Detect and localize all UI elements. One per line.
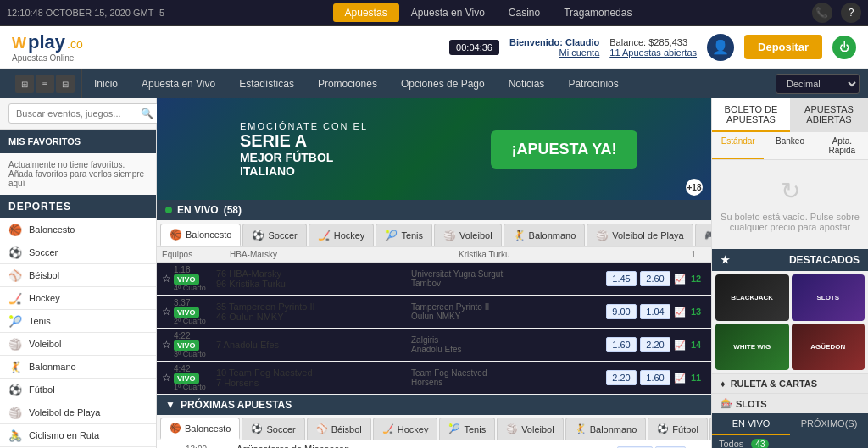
sub-tab-bankeo[interactable]: Bankeo: [764, 132, 815, 159]
main-layout: 🔍 MIS FAVORITOS Actualmente no tiene fav…: [0, 98, 868, 448]
tab-voleibol-playa[interactable]: 🏐 Voleibol de Playa: [587, 224, 693, 246]
boleto-tab[interactable]: BOLETO DE APUESTAS: [712, 98, 790, 132]
nav-noticias[interactable]: Noticias: [497, 71, 557, 97]
proximas-tab-hockey[interactable]: 🏒 Hockey: [373, 418, 438, 440]
grid-icon[interactable]: ⊞: [15, 75, 34, 93]
mi-cuenta-link[interactable]: Mi cuenta: [509, 47, 599, 58]
proximo-tab[interactable]: PRÓXIMO(S): [790, 413, 868, 435]
sport-label: Baloncesto: [29, 224, 147, 235]
proximas-tab-baloncesto[interactable]: 🏀 Baloncesto: [160, 418, 240, 440]
tab-label: Balonmano: [590, 424, 637, 434]
tab-hockey[interactable]: 🏒 Hockey: [309, 224, 375, 246]
odd-button-1[interactable]: 1.60: [606, 337, 637, 352]
nav-inicio[interactable]: Inicio: [82, 71, 130, 97]
tab-casino[interactable]: Casino: [497, 3, 552, 22]
odd-button-1[interactable]: 9.00: [606, 304, 637, 319]
destacados-title: DESTACADOS: [789, 254, 860, 266]
sidebar-item-hockey[interactable]: 🏒 Hockey: [0, 287, 156, 310]
match-more[interactable]: 12: [686, 274, 706, 284]
banner: EMOCIÓNATE CON EL SERIE A MEJOR FÚTBOL I…: [157, 98, 711, 200]
tab-balonmano[interactable]: 🤾 Balonmano: [504, 224, 586, 246]
sub-tab-estandar[interactable]: Estándar: [712, 132, 764, 159]
tab-apuesta-en-vivo[interactable]: Apuesta en Vivo: [399, 3, 497, 22]
destacado-aguedon[interactable]: AGÜEDON: [792, 324, 865, 370]
tab-baloncesto[interactable]: 🏀 Baloncesto: [160, 224, 241, 246]
tenis-tab-icon: 🎾: [385, 230, 398, 241]
team2-name: 46 Oulun NMKY: [216, 312, 411, 322]
destacado-slots[interactable]: SLOTS: [792, 274, 865, 321]
tab-tragamonedas[interactable]: Tragamonedas: [552, 3, 643, 22]
match-more[interactable]: 14: [686, 340, 706, 350]
tab-voleibol[interactable]: 🏐 Voleibol: [434, 224, 502, 246]
proximas-title: PRÓXIMAS APUESTAS: [181, 399, 292, 411]
sidebar-item-voleibol-playa[interactable]: 🏐 Voleibol de Playa: [0, 401, 156, 424]
tab-esports[interactable]: 🎮 eSports: [695, 224, 711, 246]
favorite-star[interactable]: ☆: [162, 273, 171, 285]
odd-button-2[interactable]: 2.20: [640, 337, 670, 352]
favorite-star[interactable]: ☆: [162, 372, 171, 384]
odd-button-1[interactable]: 1.45: [606, 271, 637, 286]
tab-icon: ⚾: [316, 423, 328, 434]
power-button[interactable]: ⏻: [832, 36, 856, 59]
todos-tab[interactable]: EN VIVO: [712, 413, 790, 435]
period-label: 1º Cuarto: [174, 383, 216, 391]
proximas-tab-futbol[interactable]: ⚽ Fútbol: [648, 418, 708, 440]
odd-button-1[interactable]: 2.20: [606, 370, 637, 385]
match-row: ☆ 4:42 VIVO 1º Cuarto 10 Team Fog Naestv…: [157, 362, 711, 395]
nav-bar: ⊞ ≡ ⊟ Inicio Apuesta en Vivo Estadística…: [0, 69, 868, 98]
match-more[interactable]: 11: [686, 373, 706, 383]
phone-icon[interactable]: 📞: [812, 3, 832, 23]
search-input[interactable]: [16, 108, 141, 119]
banner-line2: MEJOR FÚTBOL: [240, 151, 368, 164]
list-icon[interactable]: ≡: [36, 75, 54, 93]
sidebar-item-beisbol[interactable]: ⚾ Béisbol: [0, 264, 156, 287]
sidebar-item-soccer[interactable]: ⚽ Soccer: [0, 241, 156, 264]
proximas-header[interactable]: ▼ PRÓXIMAS APUESTAS: [157, 395, 711, 415]
favorite-star[interactable]: ☆: [162, 306, 171, 318]
proximas-tab-voleibol[interactable]: 🏐 Voleibol: [497, 418, 564, 440]
destacado-white-wig[interactable]: WHITE WIG: [715, 324, 789, 370]
tab-tenis[interactable]: 🎾 Tenis: [376, 224, 432, 246]
sidebar-item-tenis[interactable]: 🎾 Tenis: [0, 310, 156, 333]
columns-icon[interactable]: ⊟: [56, 75, 75, 93]
tab-label: Hockey: [398, 424, 429, 434]
sidebar-item-balonmano[interactable]: 🤾 Balonmano: [0, 356, 156, 379]
proximas-tab-balonmano[interactable]: 🤾 Balonmano: [565, 418, 647, 440]
favorite-star[interactable]: ☆: [162, 339, 171, 351]
sub-tab-apta-rapida[interactable]: Apta. Rápida: [816, 132, 868, 159]
sidebar-item-ciclismo[interactable]: 🚴 Ciclismo en Ruta: [0, 424, 156, 447]
soccer-tab-icon: ⚽: [252, 230, 264, 241]
nav-patrocinios[interactable]: Patrocinios: [556, 71, 630, 97]
tab-apuestas[interactable]: Apuestas: [333, 3, 399, 22]
tab-label: Soccer: [266, 424, 295, 434]
nav-estadisticas[interactable]: Estadísticas: [227, 71, 306, 97]
nav-opciones-pago[interactable]: Opciones de Pago: [389, 71, 497, 97]
sidebar-item-baloncesto[interactable]: 🏀 Baloncesto: [0, 218, 156, 241]
banner-cta[interactable]: ¡APUESTA YA!: [491, 130, 637, 169]
match-left-team2: Horsens: [411, 378, 606, 387]
proximas-tab-tenis[interactable]: 🎾 Tenis: [439, 418, 495, 440]
decimal-select[interactable]: Decimal Americano Fraccionario: [776, 74, 860, 94]
tab-soccer[interactable]: ⚽ Soccer: [242, 224, 306, 246]
proximas-tab-beisbol[interactable]: ⚾ Béisbol: [307, 418, 371, 440]
nav-promociones[interactable]: Promociones: [306, 71, 389, 97]
session-timer: 00:04:36: [449, 40, 499, 55]
nav-apuesta-vivo[interactable]: Apuesta en Vivo: [130, 71, 227, 97]
destacado-blackjack[interactable]: BLACKJACK: [715, 274, 789, 321]
sidebar-item-futbol[interactable]: ⚽ Fútbol: [0, 379, 156, 401]
odd-button-2[interactable]: 1.04: [640, 304, 670, 319]
apuestas-abiertas-tab[interactable]: APUESTAS ABIERTAS: [790, 98, 868, 132]
proximas-tab-soccer[interactable]: ⚽ Soccer: [242, 418, 304, 440]
apuestas-abiertas-link[interactable]: 11 Apuestas abiertas: [609, 47, 697, 58]
search-icon[interactable]: 🔍: [141, 108, 153, 119]
help-icon[interactable]: ?: [841, 3, 861, 23]
sidebar-item-voleibol[interactable]: 🏐 Voleibol: [0, 333, 156, 356]
logo-co: .co: [67, 37, 83, 51]
depositar-button[interactable]: Depositar: [744, 35, 822, 59]
col-header-score: 1: [681, 250, 706, 259]
match-time: 13:00 15 Oct: [186, 445, 236, 448]
match-more[interactable]: 13: [686, 307, 706, 317]
balance-info: Balance: $285,433 11 Apuestas abiertas: [609, 37, 697, 58]
odd-button-2[interactable]: 1.60: [640, 370, 670, 385]
odd-button-2[interactable]: 2.60: [640, 271, 670, 286]
